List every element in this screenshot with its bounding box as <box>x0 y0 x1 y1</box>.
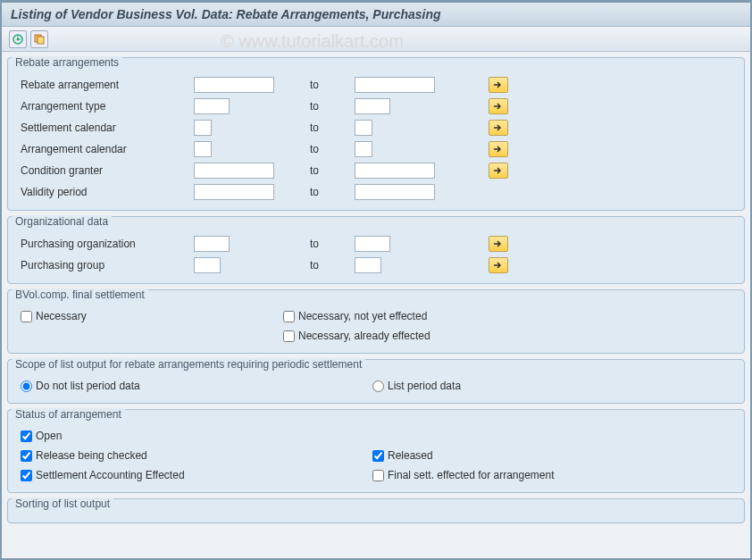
checkbox-label: Open <box>36 430 62 442</box>
panel-status-of-arrangement: Status of arrangement Open Release being… <box>7 409 745 493</box>
panel-bvol-final-settlement: BVol.comp. final settlement Necessary Ne… <box>7 289 745 354</box>
to-label: to <box>283 79 355 91</box>
to-label: to <box>283 259 355 272</box>
checkbox-open[interactable] <box>21 430 32 442</box>
variants-button[interactable] <box>30 30 48 48</box>
panel-title: Status of arrangement <box>12 408 125 421</box>
to-label: to <box>283 164 355 177</box>
field-label: Settlement calendar <box>15 121 194 134</box>
checkbox-release-being-checked[interactable] <box>21 450 32 462</box>
checkbox-label: Final sett. effected for arrangement <box>388 469 555 481</box>
to-label: to <box>283 186 355 198</box>
field-label: Validity period <box>15 186 194 198</box>
input-from[interactable] <box>194 120 212 136</box>
input-from[interactable] <box>194 141 212 157</box>
input-from[interactable] <box>194 236 230 252</box>
input-to[interactable] <box>355 163 435 179</box>
checkbox-label: Released <box>388 449 433 462</box>
checkbox-necessary-not-yet[interactable] <box>283 311 295 322</box>
field-label: Condition granter <box>15 164 194 177</box>
input-from[interactable] <box>194 98 230 114</box>
radio-do-not-list[interactable] <box>21 380 32 392</box>
radio-label: List period data <box>388 380 461 392</box>
to-label: to <box>283 100 355 113</box>
multiple-selection-button[interactable] <box>489 236 508 252</box>
input-to[interactable] <box>355 236 390 252</box>
checkbox-necessary-already[interactable] <box>283 330 295 342</box>
toolbar <box>2 27 750 52</box>
to-label: to <box>283 121 355 134</box>
field-label: Purchasing group <box>15 259 194 272</box>
field-label: Rebate arrangement <box>15 79 194 91</box>
input-to[interactable] <box>355 120 372 136</box>
panel-title: Rebate arrangements <box>12 56 122 69</box>
panel-sorting-of-list: Sorting of list output <box>7 498 745 523</box>
checkbox-final-sett-effected[interactable] <box>372 470 384 481</box>
radio-label: Do not list period data <box>36 380 140 392</box>
panel-organizational-data: Organizational data Purchasing organizat… <box>7 216 745 284</box>
checkbox-settlement-accounting-effected[interactable] <box>21 470 32 481</box>
panel-rebate-arrangements: Rebate arrangements Rebate arrangementto… <box>7 57 745 211</box>
to-label: to <box>283 238 355 250</box>
svg-rect-5 <box>38 37 44 44</box>
multiple-selection-button[interactable] <box>489 120 508 136</box>
panel-title: BVol.comp. final settlement <box>12 288 148 301</box>
checkbox-released[interactable] <box>372 450 384 462</box>
checkbox-label: Necessary <box>36 310 87 322</box>
multiple-selection-button[interactable] <box>489 98 508 114</box>
input-to[interactable] <box>355 141 372 157</box>
checkbox-label: Necessary, not yet effected <box>298 310 427 322</box>
multiple-selection-button[interactable] <box>489 77 508 93</box>
input-from[interactable] <box>194 77 274 93</box>
page-title: Listing of Vendor Business Vol. Data: Re… <box>2 3 750 27</box>
panel-title: Scope of list output for rebate arrangem… <box>12 358 365 371</box>
checkbox-label: Settlement Accounting Effected <box>36 469 185 481</box>
input-to[interactable] <box>355 98 390 114</box>
radio-list-period[interactable] <box>372 380 384 392</box>
input-from[interactable] <box>194 184 274 200</box>
checkbox-label: Necessary, already effected <box>298 330 430 342</box>
multiple-selection-button[interactable] <box>489 257 508 273</box>
multiple-selection-button[interactable] <box>489 141 508 157</box>
execute-button[interactable] <box>9 30 27 48</box>
input-from[interactable] <box>194 163 274 179</box>
input-to[interactable] <box>355 184 435 200</box>
panel-title: Sorting of list output <box>12 497 113 510</box>
field-label: Arrangement type <box>15 100 194 113</box>
panel-title: Organizational data <box>12 215 112 228</box>
input-from[interactable] <box>194 257 221 273</box>
to-label: to <box>283 143 355 155</box>
multiple-selection-button[interactable] <box>489 163 508 179</box>
input-to[interactable] <box>355 257 381 273</box>
checkbox-necessary[interactable] <box>21 311 32 322</box>
field-label: Arrangement calendar <box>15 143 194 155</box>
input-to[interactable] <box>355 77 435 93</box>
checkbox-label: Release being checked <box>36 449 147 462</box>
field-label: Purchasing organization <box>15 238 194 250</box>
panel-scope-of-list: Scope of list output for rebate arrangem… <box>7 359 745 404</box>
